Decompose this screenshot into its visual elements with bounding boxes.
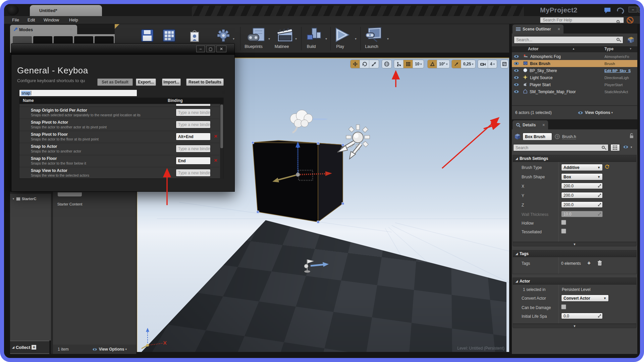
binding-input[interactable]: Type a new bindin — [176, 121, 211, 128]
settings-gear-icon[interactable] — [216, 28, 231, 44]
menu-file[interactable]: File — [12, 17, 19, 22]
col-actor[interactable]: Actor — [528, 47, 538, 51]
minimize-button[interactable]: – — [629, 7, 637, 12]
tessellated-checkbox[interactable] — [561, 229, 566, 234]
section-header[interactable]: ◢Brush Settings — [513, 155, 636, 162]
table-row[interactable]: Snap to Actor Snaps the actor to another… — [19, 143, 219, 155]
scale-tool-button[interactable] — [369, 60, 379, 68]
table-scrollbar[interactable] — [220, 104, 223, 179]
outliner-row-floor[interactable]: SM_Template_Map_Floor StaticMeshAct — [512, 88, 637, 95]
camera-speed-value[interactable]: 4▾ — [488, 60, 497, 68]
table-row[interactable]: Snap Pivot to Floor Snaps the actor to t… — [19, 131, 219, 143]
blueprints-label[interactable]: Blueprints — [238, 44, 269, 49]
dialog-maximize-button[interactable]: ▢ — [206, 46, 215, 52]
outliner-search-input[interactable] — [514, 36, 623, 44]
build-label[interactable]: Build — [296, 44, 326, 49]
set-as-default-button[interactable]: Set as Default — [97, 78, 133, 86]
scale-snap-value[interactable]: 0,25▾ — [461, 60, 475, 68]
dialog-close-button[interactable]: ✕ — [216, 46, 226, 52]
folder-thumbnail[interactable] — [58, 192, 82, 196]
visibility-eye-icon[interactable] — [514, 76, 519, 79]
launch-label[interactable]: Launch — [357, 44, 387, 49]
rotate-tool-button[interactable] — [360, 60, 369, 68]
binding-input[interactable]: Type a new bindin — [176, 145, 211, 153]
play-icon[interactable] — [333, 27, 351, 45]
binding-input[interactable]: End — [176, 157, 211, 165]
expand-section-button[interactable]: ▼ — [513, 324, 637, 328]
binding-input[interactable]: Type a new bindin — [176, 169, 211, 177]
x-input[interactable]: 200.0 — [561, 183, 603, 189]
camera-speed-icon[interactable] — [478, 60, 488, 68]
view-options-button[interactable]: View Options — [585, 110, 610, 115]
visibility-eye-icon[interactable] — [514, 83, 519, 86]
visibility-eye-icon[interactable] — [514, 90, 519, 93]
convert-actor-dropdown[interactable]: Convert Actor▼ — [561, 295, 609, 302]
collections-panel[interactable]: ◢ Collect + — [10, 341, 49, 354]
section-header[interactable]: ◢Tags — [513, 250, 636, 257]
build-icon[interactable] — [305, 27, 323, 45]
chevron-down-icon[interactable]: ▼ — [12, 197, 15, 200]
angle-snap-value[interactable]: 10°▾ — [437, 60, 449, 68]
angle-snap-toggle[interactable] — [428, 60, 437, 68]
col-binding[interactable]: Binding — [168, 98, 183, 103]
visibility-eye-icon[interactable] — [514, 62, 519, 65]
export-button[interactable]: Export... — [136, 78, 156, 86]
lock-icon[interactable] — [629, 133, 634, 140]
binding-input[interactable]: Type a new bindin — [176, 109, 211, 116]
shortcut-search-input[interactable]: snap — [19, 89, 137, 97]
object-name-field[interactable]: Box Brush — [523, 133, 552, 140]
add-actor-button[interactable] — [626, 36, 635, 46]
menu-window[interactable]: Window — [44, 17, 59, 22]
outliner-row-box-brush[interactable]: Box Brush Brush — [512, 60, 637, 67]
brush-type-dropdown[interactable]: Additive▼ — [561, 164, 603, 171]
close-icon[interactable]: × — [558, 27, 560, 32]
outliner-row-player-start[interactable]: Player Start PlayerStart — [512, 81, 637, 88]
table-row[interactable]: Snap Pivot to Actor Snaps the actor to a… — [19, 119, 219, 131]
visibility-eye-icon[interactable] — [514, 55, 519, 58]
chevron-down-icon[interactable]: ▾ — [268, 37, 270, 41]
help-circle-icon[interactable]: ? — [555, 134, 560, 139]
brush-shape-dropdown[interactable]: Box▼ — [561, 173, 603, 180]
table-row[interactable]: Snap Origin to Grid Per Actor Snaps each… — [19, 107, 219, 119]
save-icon[interactable] — [140, 28, 155, 44]
help-search-input[interactable] — [540, 17, 624, 23]
launch-icon[interactable] — [364, 27, 382, 45]
reset-to-default-icon[interactable] — [605, 165, 609, 171]
tab-details[interactable]: Details × — [513, 120, 548, 129]
scrollbar-thumb[interactable] — [220, 105, 223, 148]
view-options-button[interactable]: View Options — [99, 347, 124, 352]
maximize-button[interactable]: ▢ — [638, 7, 640, 12]
close-icon[interactable]: × — [70, 27, 72, 32]
menu-edit[interactable]: Edit — [28, 17, 35, 22]
surface-snap-button[interactable] — [394, 60, 404, 68]
dialog-minimize-button[interactable]: – — [196, 46, 205, 52]
binding-input[interactable]: Alt+End — [176, 133, 211, 140]
can-be-damaged-checkbox[interactable] — [561, 304, 566, 309]
marketplace-icon[interactable] — [188, 28, 201, 44]
grid-snap-value[interactable]: 10▾ — [413, 60, 424, 68]
initial-life-span-input[interactable]: 0.0 — [561, 313, 603, 319]
tab-scene-outliner[interactable]: Scene Outliner × — [513, 24, 564, 34]
maximize-viewport-button[interactable] — [500, 60, 508, 68]
scale-snap-toggle[interactable] — [452, 60, 461, 68]
chevron-down-icon[interactable]: ▾ — [233, 37, 234, 41]
menu-help[interactable]: Help — [69, 17, 78, 22]
level-tab[interactable]: Untitled* — [30, 5, 102, 16]
class-link[interactable]: Brush.h — [562, 134, 576, 139]
reset-to-defaults-button[interactable]: Reset to Defaults — [186, 78, 224, 86]
remove-binding-icon[interactable]: × — [214, 133, 217, 139]
col-type[interactable]: Type — [604, 47, 613, 51]
y-input[interactable]: 200.0 — [561, 192, 603, 198]
filter-icon[interactable]: ▾ — [630, 47, 631, 50]
blueprints-icon[interactable] — [247, 27, 266, 45]
world-local-toggle[interactable] — [382, 60, 391, 68]
dialog-titlebar[interactable]: – ▢ ✕ — [11, 43, 235, 55]
edit-bl<?-link[interactable]: Edit BP_Sky_S — [604, 69, 636, 73]
section-header[interactable]: ◢Actor — [513, 278, 636, 285]
expand-section-button[interactable]: ▼ — [513, 242, 637, 246]
clear-search-icon[interactable]: ✕ — [221, 89, 226, 96]
table-row[interactable]: Snap View to Actor Snaps the view to the… — [19, 167, 219, 179]
tab-modes[interactable]: Modes × — [10, 25, 77, 34]
z-input[interactable]: 200.0 — [561, 201, 603, 208]
content-browser-icon[interactable] — [162, 28, 176, 44]
